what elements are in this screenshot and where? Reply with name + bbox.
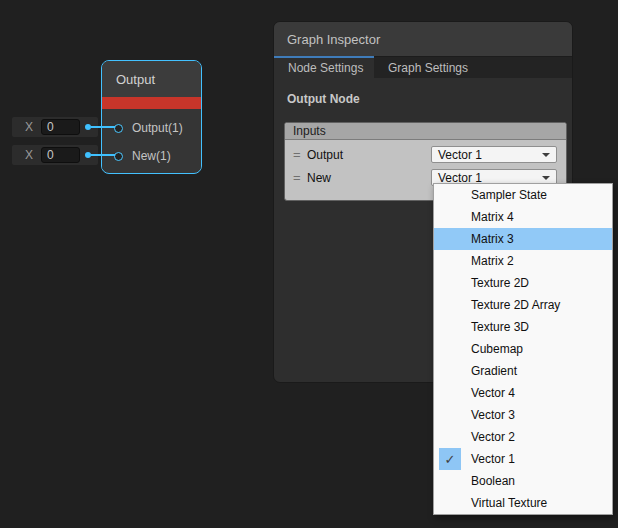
check-icon: ✓ [439, 382, 461, 404]
menu-item-gradient[interactable]: ✓ Gradient [434, 360, 612, 382]
drag-handle-icon[interactable]: = [293, 147, 307, 162]
check-icon: ✓ [439, 184, 461, 206]
menu-item-vector-3[interactable]: ✓ Vector 3 [434, 404, 612, 426]
edge-line[interactable] [91, 154, 115, 156]
check-icon: ✓ [439, 448, 461, 470]
chevron-down-icon [542, 176, 550, 180]
type-dropdown-output[interactable]: Vector 1 [431, 146, 557, 163]
check-icon: ✓ [439, 426, 461, 448]
menu-item-cubemap[interactable]: ✓ Cubemap [434, 338, 612, 360]
check-icon: ✓ [439, 360, 461, 382]
menu-item-matrix-4[interactable]: ✓ Matrix 4 [434, 206, 612, 228]
menu-item-boolean[interactable]: ✓ Boolean [434, 470, 612, 492]
menu-item-matrix-3[interactable]: ✓ Matrix 3 [434, 228, 612, 250]
inspector-tabbar: Node Settings Graph Settings [274, 56, 572, 78]
check-icon: ✓ [439, 294, 461, 316]
check-icon: ✓ [439, 316, 461, 338]
input-row-output: = Output Vector 1 [285, 143, 566, 166]
menu-item-vector-4[interactable]: ✓ Vector 4 [434, 382, 612, 404]
axis-label: X [25, 120, 33, 134]
inputs-list-header: Inputs [285, 123, 566, 140]
panel-title[interactable]: Graph Inspector [274, 22, 572, 56]
check-icon: ✓ [439, 470, 461, 492]
node-accent-bar [102, 97, 201, 109]
menu-item-matrix-2[interactable]: ✓ Matrix 2 [434, 250, 612, 272]
menu-item-virtual-texture[interactable]: ✓ Virtual Texture [434, 492, 612, 514]
check-icon: ✓ [439, 338, 461, 360]
menu-item-vector-1[interactable]: ✓ Vector 1 [434, 448, 612, 470]
output-node[interactable]: Output Output(1) New(1) [101, 60, 202, 174]
menu-item-texture-3d[interactable]: ✓ Texture 3D [434, 316, 612, 338]
shader-graph-canvas: X 0 X 0 Output Output(1) New(1) Graph In… [0, 0, 618, 528]
tab-graph-settings[interactable]: Graph Settings [374, 57, 482, 78]
port-row: Output(1) [102, 114, 201, 142]
menu-item-sampler-state[interactable]: ✓ Sampler State [434, 184, 612, 206]
node-title[interactable]: Output [102, 61, 201, 97]
menu-item-texture-2d-array[interactable]: ✓ Texture 2D Array [434, 294, 612, 316]
drag-handle-icon[interactable]: = [293, 170, 307, 185]
type-dropdown-menu: ✓ Sampler State ✓ Matrix 4 ✓ Matrix 3 ✓ … [433, 183, 613, 515]
menu-item-vector-2[interactable]: ✓ Vector 2 [434, 426, 612, 448]
input-name: Output [307, 148, 343, 162]
chevron-down-icon [542, 153, 550, 157]
port-connector-icon[interactable] [114, 124, 123, 133]
menu-item-texture-2d[interactable]: ✓ Texture 2D [434, 272, 612, 294]
selected-type: Vector 1 [438, 148, 482, 162]
value-input[interactable]: 0 [41, 147, 80, 163]
port-row: New(1) [102, 142, 201, 170]
check-icon: ✓ [439, 228, 461, 250]
check-icon: ✓ [439, 272, 461, 294]
axis-label: X [25, 148, 33, 162]
value-input[interactable]: 0 [41, 119, 80, 135]
node-port-list: Output(1) New(1) [102, 109, 201, 170]
check-icon: ✓ [439, 404, 461, 426]
port-connector-icon[interactable] [114, 152, 123, 161]
check-icon: ✓ [439, 250, 461, 272]
check-icon: ✓ [439, 206, 461, 228]
check-icon: ✓ [439, 492, 461, 514]
input-name: New [307, 171, 331, 185]
port-label: New(1) [132, 149, 171, 163]
selected-node-heading: Output Node [274, 78, 572, 106]
edge-line[interactable] [91, 126, 115, 128]
port-label: Output(1) [132, 121, 183, 135]
tab-node-settings[interactable]: Node Settings [274, 57, 374, 78]
